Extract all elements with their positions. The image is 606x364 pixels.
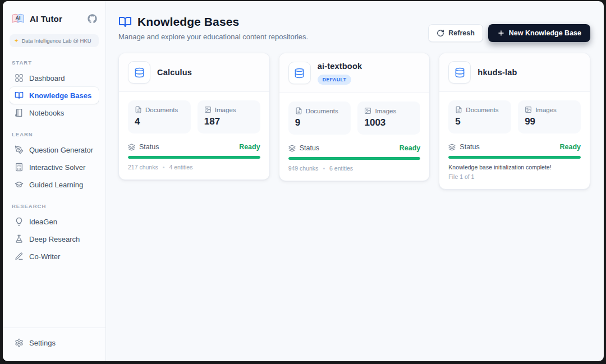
refresh-button[interactable]: Refresh xyxy=(428,24,483,42)
images-label: Images xyxy=(215,107,236,113)
image-icon xyxy=(525,106,532,113)
entities-count: 6 entities xyxy=(329,165,353,172)
documents-stat: Documents 5 xyxy=(448,100,511,133)
graduation-cap-icon xyxy=(15,180,24,189)
sidebar-item-label: Co-Writer xyxy=(29,252,60,261)
sidebar-item-deep-research[interactable]: Deep Research xyxy=(10,231,99,247)
image-icon xyxy=(204,106,212,113)
layers-icon xyxy=(448,144,456,151)
sidebar-item-label: Question Generator xyxy=(29,146,93,154)
sidebar-item-question-generator[interactable]: Question Generator xyxy=(10,141,99,158)
sidebar-item-settings[interactable]: Settings xyxy=(15,336,94,349)
layers-icon xyxy=(288,145,296,152)
status-row: Status Ready xyxy=(448,143,581,151)
kb-title: ai-textbook xyxy=(318,62,362,71)
kb-card-ai-textbook[interactable]: ai-textbook DEFAULT Documents 9 Images 1… xyxy=(279,53,430,181)
default-badge: DEFAULT xyxy=(318,75,352,85)
sidebar-item-label: Settings xyxy=(29,339,56,347)
documents-value: 5 xyxy=(455,116,504,127)
page-header: Knowledge Bases Manage and explore your … xyxy=(106,1,604,41)
sidebar-item-knowledge-bases[interactable]: Knowledge Bases xyxy=(10,87,99,104)
sidebar-item-label: Guided Learning xyxy=(29,181,83,189)
new-knowledge-base-label: New Knowledge Base xyxy=(509,29,581,37)
card-body: Documents 5 Images 99 Status Ready Knowl… xyxy=(439,92,590,189)
progress-bar-fill xyxy=(448,156,581,159)
sidebar-header: AI AI Tutor xyxy=(10,9,99,28)
kb-title-block: ai-textbook DEFAULT xyxy=(318,61,362,85)
sidebar-item-label: Dashboard xyxy=(29,74,65,82)
database-icon xyxy=(128,61,150,84)
sidebar-item-label: Knowledge Bases xyxy=(29,91,91,100)
layers-icon xyxy=(128,144,135,151)
page-subtitle: Manage and explore your educational cont… xyxy=(118,33,308,41)
kb-title: Calculus xyxy=(157,68,192,77)
card-header: ai-textbook DEFAULT xyxy=(279,53,430,93)
images-label: Images xyxy=(535,107,557,113)
section-label-start: START xyxy=(12,59,97,66)
pen-nib-icon xyxy=(15,145,24,154)
sidebar-item-guided-learning[interactable]: Guided Learning xyxy=(10,176,99,193)
card-meta: 949 chunks6 entities xyxy=(288,165,421,172)
sidebar-item-label: Interactive Solver xyxy=(29,163,85,172)
status-badge: Ready xyxy=(400,144,421,152)
book-open-icon xyxy=(118,15,132,29)
section-label-learn: LEARN xyxy=(12,131,97,137)
svg-text:AI: AI xyxy=(16,15,21,21)
page-header-text: Knowledge Bases Manage and explore your … xyxy=(118,15,308,41)
document-icon xyxy=(135,106,142,113)
kb-title: hkuds-lab xyxy=(478,68,517,77)
documents-label: Documents xyxy=(306,108,338,114)
status-row: Status Ready xyxy=(288,144,421,152)
dot-separator xyxy=(323,165,325,172)
lab-badge-label: Data Intelligence Lab @ HKU xyxy=(21,38,91,44)
file-progress: File 1 of 1 xyxy=(448,173,581,180)
sidebar-item-dashboard[interactable]: Dashboard xyxy=(10,70,99,86)
pencil-icon xyxy=(15,252,24,261)
sidebar-footer: Settings xyxy=(3,328,105,361)
chunks-count: 217 chunks xyxy=(128,164,158,171)
kb-card-calculus[interactable]: Calculus Documents 4 Images 187 xyxy=(118,53,270,180)
sidebar-item-ideagen[interactable]: IdeaGen xyxy=(10,213,99,230)
sidebar-item-co-writer[interactable]: Co-Writer xyxy=(10,248,99,265)
card-header: Calculus xyxy=(119,53,269,92)
documents-label: Documents xyxy=(466,107,498,113)
card-body: Documents 4 Images 187 Status Ready xyxy=(119,92,269,179)
lab-badge: ✦ Data Intelligence Lab @ HKU xyxy=(10,34,99,47)
images-stat: Images 187 xyxy=(198,100,260,133)
images-value: 187 xyxy=(204,116,254,127)
app-title: AI Tutor xyxy=(30,14,82,24)
documents-stat: Documents 4 xyxy=(128,100,191,133)
sparkle-icon: ✦ xyxy=(14,38,19,44)
status-label: Status xyxy=(139,143,159,151)
header-actions: Refresh New Knowledge Base xyxy=(428,24,590,42)
status-badge: Ready xyxy=(559,143,581,151)
documents-label: Documents xyxy=(145,107,178,113)
document-icon xyxy=(455,106,462,113)
knowledge-base-grid: Calculus Documents 4 Images 187 xyxy=(106,41,604,190)
github-icon[interactable] xyxy=(86,13,98,24)
lightbulb-icon xyxy=(15,217,24,226)
notebook-icon xyxy=(15,108,24,117)
documents-stat: Documents 9 xyxy=(288,102,351,135)
refresh-icon xyxy=(437,29,444,37)
progress-bar-fill xyxy=(288,157,421,160)
sidebar-item-label: IdeaGen xyxy=(29,218,57,226)
kb-card-hkuds-lab[interactable]: hkuds-lab Documents 5 Images 99 xyxy=(439,53,590,190)
calculator-icon xyxy=(15,163,24,172)
status-badge: Ready xyxy=(239,143,260,151)
database-icon xyxy=(448,61,471,84)
sidebar-item-interactive-solver[interactable]: Interactive Solver xyxy=(10,159,99,176)
new-knowledge-base-button[interactable]: New Knowledge Base xyxy=(488,24,590,42)
refresh-button-label: Refresh xyxy=(448,29,475,37)
images-value: 1003 xyxy=(364,117,414,128)
sidebar-nav: START Dashboard Knowledge Bases Notebook… xyxy=(10,47,99,328)
images-stat: Images 99 xyxy=(518,100,581,133)
document-icon xyxy=(295,107,302,114)
flask-icon xyxy=(15,234,24,243)
plus-icon xyxy=(497,29,505,37)
sidebar-item-notebooks[interactable]: Notebooks xyxy=(10,104,99,121)
documents-value: 4 xyxy=(135,116,184,127)
image-icon xyxy=(364,107,371,114)
database-icon xyxy=(288,62,311,84)
images-value: 99 xyxy=(525,116,574,127)
